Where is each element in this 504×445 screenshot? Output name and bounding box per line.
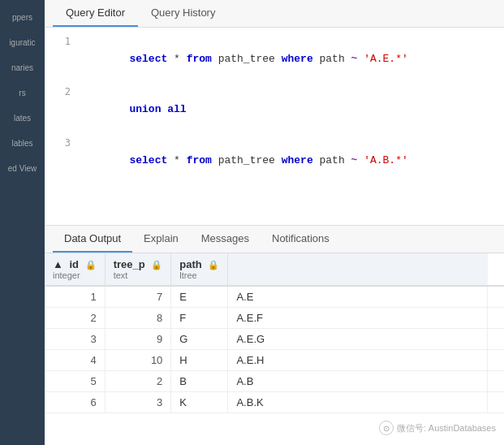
editor-empty-space <box>45 186 504 218</box>
cell-tree-p: 7 <box>105 286 171 308</box>
cell-empty <box>488 329 505 350</box>
line-number-1: 1 <box>48 34 71 50</box>
table-row: 28FA.E.F <box>45 308 504 329</box>
cell-tree-p: 8 <box>105 308 171 329</box>
cell-id: 1 <box>45 286 105 308</box>
top-tab-bar: Query Editor Query History <box>45 0 504 28</box>
cell-text: B <box>171 371 228 392</box>
results-table: ▲ id 🔒 integer tree_p 🔒 text path 🔒 ltre… <box>45 253 504 413</box>
cell-text: E <box>171 286 228 308</box>
sidebar-item-iguratio[interactable]: iguratic <box>0 33 45 52</box>
cell-text: H <box>171 350 228 371</box>
cell-id: 3 <box>45 329 105 350</box>
table-row: 52BA.B <box>45 371 504 392</box>
cell-empty <box>488 350 505 371</box>
cell-empty <box>488 371 505 392</box>
lock-icon-id: 🔒 <box>85 260 97 270</box>
code-editor[interactable]: 1 select * from path_tree where path ~ '… <box>45 28 504 226</box>
code-line-1: 1 select * from path_tree where path ~ '… <box>45 34 504 84</box>
code-content-2: union all <box>79 84 187 135</box>
sidebar: ppers iguratic naries rs lates lables ed… <box>0 0 45 445</box>
table-row: 17EA.E <box>45 286 504 308</box>
code-content-3: select * from path_tree where path ~ 'A.… <box>79 136 408 186</box>
table-row: 39GA.E.G <box>45 329 504 350</box>
line-number-3: 3 <box>48 136 71 151</box>
cell-tree-p: 3 <box>105 392 171 413</box>
watermark-icon: ⊙ <box>379 421 394 435</box>
bottom-tab-bar: Data Output Explain Messages Notificatio… <box>45 226 504 253</box>
table-body: 17EA.E28FA.E.F39GA.E.G410HA.E.H52BA.B63K… <box>45 286 504 413</box>
cell-empty <box>488 308 505 329</box>
tab-query-editor[interactable]: Query Editor <box>53 0 138 27</box>
lock-icon-tree-p: 🔒 <box>151 260 162 270</box>
watermark: ⊙ 微信号: AustinDatabases <box>379 421 496 435</box>
cell-path: A.E.H <box>228 350 488 371</box>
cell-empty <box>488 286 505 308</box>
tab-notifications[interactable]: Notifications <box>261 226 341 253</box>
sort-icon: ▲ <box>53 258 63 270</box>
sidebar-item-lates[interactable]: lates <box>0 109 45 127</box>
col-header-tree-p[interactable]: tree_p 🔒 text <box>105 253 171 286</box>
sidebar-item-edview[interactable]: ed View <box>0 159 45 178</box>
cell-text: K <box>171 392 228 413</box>
cell-empty <box>488 392 505 413</box>
sidebar-item-naries[interactable]: naries <box>0 58 45 77</box>
tab-messages[interactable]: Messages <box>190 226 261 253</box>
cell-tree-p: 10 <box>105 350 171 371</box>
cell-id: 5 <box>45 371 105 392</box>
cell-tree-p: 9 <box>105 329 171 350</box>
tab-data-output[interactable]: Data Output <box>53 226 132 253</box>
line-number-2: 2 <box>48 84 71 100</box>
cell-path: A.B.K <box>228 392 488 413</box>
cell-id: 2 <box>45 308 105 329</box>
cell-text: F <box>171 308 228 329</box>
sidebar-item-rs[interactable]: rs <box>0 84 45 102</box>
code-line-3: 3 select * from path_tree where path ~ '… <box>45 136 504 186</box>
watermark-text: 微信号: AustinDatabases <box>397 422 496 434</box>
tab-query-history[interactable]: Query History <box>138 0 228 27</box>
main-area: Query Editor Query History 1 select * fr… <box>45 0 504 445</box>
col-header-empty <box>228 253 488 286</box>
tab-explain[interactable]: Explain <box>132 226 190 253</box>
cell-path: A.B <box>228 371 488 392</box>
table-row: 63KA.B.K <box>45 392 504 413</box>
data-output-area[interactable]: ▲ id 🔒 integer tree_p 🔒 text path 🔒 ltre… <box>45 253 504 445</box>
cell-id: 4 <box>45 350 105 371</box>
sidebar-item-ppers[interactable]: ppers <box>0 8 45 27</box>
cell-text: G <box>171 329 228 350</box>
table-header-row: ▲ id 🔒 integer tree_p 🔒 text path 🔒 ltre… <box>45 253 504 286</box>
table-row: 410HA.E.H <box>45 350 504 371</box>
cell-path: A.E <box>228 286 488 308</box>
cell-path: A.E.F <box>228 308 488 329</box>
cell-id: 6 <box>45 392 105 413</box>
sidebar-item-lables[interactable]: lables <box>0 134 45 153</box>
cell-tree-p: 2 <box>105 371 171 392</box>
col-header-id[interactable]: ▲ id 🔒 integer <box>45 253 105 286</box>
code-line-2: 2 union all <box>45 84 504 135</box>
code-content-1: select * from path_tree where path ~ 'A.… <box>79 34 408 84</box>
col-header-path[interactable]: path 🔒 ltree <box>171 253 228 286</box>
cell-path: A.E.G <box>228 329 488 350</box>
lock-icon-path: 🔒 <box>208 260 219 270</box>
